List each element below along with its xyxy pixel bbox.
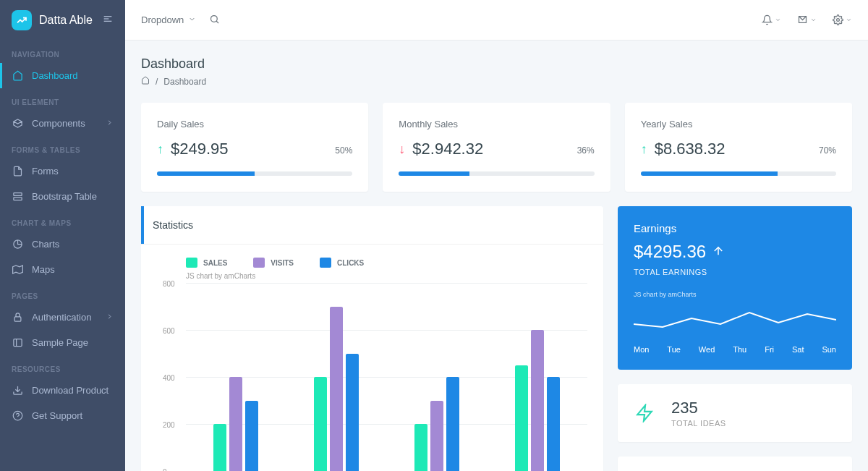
stat-card: 26 TOTAL LOCATIONS <box>618 457 852 471</box>
nav-item-maps[interactable]: Maps <box>0 257 125 282</box>
nav: NAVIGATION Dashboard UI ELEMENT Componen… <box>0 41 125 428</box>
sidebar: Datta Able NAVIGATION Dashboard UI ELEME… <box>0 0 125 471</box>
day-label: Thu <box>733 345 746 354</box>
sales-pct: 70% <box>819 145 836 156</box>
dropdown-menu[interactable]: Dropdown <box>141 14 196 25</box>
sales-pct: 50% <box>335 145 352 156</box>
day-label: Sun <box>822 345 836 354</box>
stat-label: TOTAL IDEAS <box>671 419 726 428</box>
statistics-chart: 0200400600800 2014201520162017 <box>157 283 587 471</box>
chart-note: JS chart by amCharts <box>157 272 587 280</box>
day-label: Tue <box>667 345 681 354</box>
stat-number: 235 <box>671 399 726 417</box>
search-icon[interactable] <box>209 14 220 27</box>
nav-item-components[interactable]: Components <box>0 111 125 136</box>
help-icon <box>12 410 23 421</box>
lock-icon <box>12 312 23 323</box>
earnings-card: Earnings $4295.36 TOTAL EARNINGS JS char… <box>618 206 852 370</box>
download-icon <box>12 385 23 396</box>
legend-item[interactable]: CLICKS <box>320 258 364 268</box>
sidebar-toggle-icon[interactable] <box>102 13 114 27</box>
page-header: Dashboard / Dashboard <box>141 56 852 87</box>
bar[interactable] <box>229 377 242 471</box>
server-icon <box>12 191 23 202</box>
sidebar-icon <box>12 337 23 348</box>
legend-item[interactable]: VISITS <box>253 258 294 268</box>
sales-card: Yearly Sales ↑ $8.638.32 70% <box>625 103 852 192</box>
arrow-up-icon: ↑ <box>641 142 647 157</box>
legend-label: CLICKS <box>337 259 364 267</box>
nav-item-dashboard[interactable]: Dashboard <box>0 63 125 88</box>
chevron-right-icon <box>106 118 114 129</box>
zap-icon <box>632 401 657 425</box>
bar[interactable] <box>245 401 258 472</box>
bar[interactable] <box>515 365 528 471</box>
bar[interactable] <box>330 307 343 472</box>
bar[interactable] <box>531 330 544 471</box>
brand[interactable]: Datta Able <box>0 0 125 41</box>
page-title: Dashboard <box>141 56 852 72</box>
svg-marker-6 <box>12 266 22 273</box>
notifications-icon[interactable] <box>762 14 781 25</box>
svg-rect-7 <box>14 317 21 321</box>
sales-label: Daily Sales <box>157 119 352 130</box>
sales-label: Monthly Sales <box>399 119 594 130</box>
progress-bar <box>157 171 352 176</box>
svg-rect-4 <box>13 198 21 200</box>
progress-bar <box>641 171 836 176</box>
nav-section-label: NAVIGATION <box>0 41 125 63</box>
nav-item-get-support[interactable]: Get Support <box>0 403 125 428</box>
bar[interactable] <box>446 377 459 471</box>
bar[interactable] <box>346 354 359 472</box>
home-icon[interactable] <box>141 76 150 87</box>
nav-item-download-product[interactable]: Download Product <box>0 378 125 403</box>
y-tick: 600 <box>163 327 175 335</box>
bar[interactable] <box>547 377 560 471</box>
svg-point-13 <box>211 15 218 22</box>
legend-swatch <box>253 258 265 268</box>
earnings-sparkline <box>634 304 836 333</box>
settings-icon[interactable] <box>833 14 852 25</box>
earnings-sub: TOTAL EARNINGS <box>634 268 836 276</box>
chevron-right-icon <box>106 312 114 323</box>
file-icon <box>12 166 23 177</box>
earnings-title: Earnings <box>634 222 836 234</box>
legend-label: SALES <box>203 259 227 267</box>
svg-point-15 <box>837 19 840 22</box>
statistics-card: Statistics SALES VISITS CLICKS JS chart … <box>141 206 603 471</box>
topbar: Dropdown <box>125 0 868 41</box>
legend-item[interactable]: SALES <box>186 258 227 268</box>
earnings-note: JS chart by amCharts <box>634 291 836 298</box>
day-label: Fri <box>765 345 774 354</box>
nav-item-label: Sample Page <box>32 337 88 348</box>
sales-pct: 36% <box>577 145 595 156</box>
earnings-amount: $4295.36 <box>634 242 706 262</box>
sales-amount: $8.638.32 <box>655 140 726 158</box>
bar-group <box>414 377 459 471</box>
progress-bar <box>399 171 594 176</box>
bar[interactable] <box>213 424 226 471</box>
brand-label: Datta Able <box>39 14 93 27</box>
arrow-down-icon: ↓ <box>399 142 405 157</box>
nav-item-charts[interactable]: Charts <box>0 232 125 257</box>
home-icon <box>12 70 23 81</box>
chevron-down-icon <box>188 14 196 25</box>
bar[interactable] <box>414 424 427 471</box>
nav-section-label: PAGES <box>0 282 125 305</box>
bar[interactable] <box>314 377 327 471</box>
messages-icon[interactable] <box>797 14 817 25</box>
bar[interactable] <box>430 401 443 472</box>
sales-amount: $249.95 <box>171 140 229 158</box>
bar-group <box>515 330 560 471</box>
nav-item-authentication[interactable]: Authentication <box>0 305 125 330</box>
svg-point-11 <box>13 411 22 420</box>
nav-item-label: Maps <box>32 264 55 275</box>
bar-group <box>314 307 359 472</box>
nav-item-bootstrap-table[interactable]: Bootstrap Table <box>0 184 125 209</box>
nav-item-forms[interactable]: Forms <box>0 158 125 184</box>
breadcrumb: / Dashboard <box>141 76 852 87</box>
nav-section-label: CHART & MAPS <box>0 209 125 232</box>
nav-item-sample-page[interactable]: Sample Page <box>0 330 125 355</box>
y-tick: 0 <box>163 468 167 472</box>
day-label: Mon <box>634 345 649 354</box>
